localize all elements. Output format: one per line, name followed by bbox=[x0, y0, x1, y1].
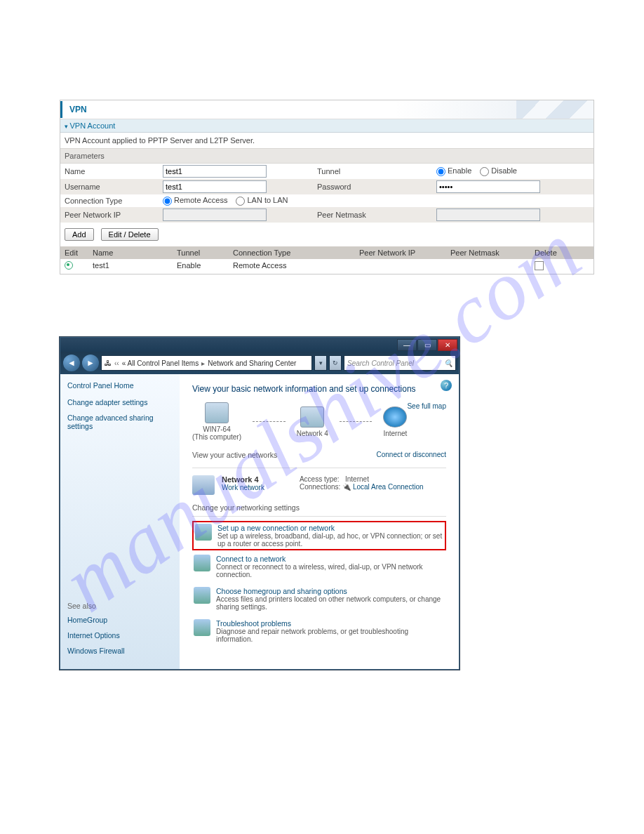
vpn-header: VPN bbox=[60, 100, 593, 119]
option-title[interactable]: Connect to a network bbox=[216, 555, 445, 563]
row-select-radio[interactable] bbox=[65, 261, 73, 270]
option-title[interactable]: Choose homegroup and sharing options bbox=[216, 587, 445, 595]
grid-header: Edit Name Tunnel Connection Type Peer Ne… bbox=[60, 246, 593, 259]
option-desc: Set up a wireless, broadband, dial-up, a… bbox=[217, 532, 443, 548]
option-desc: Connect or reconnect to a wireless, wire… bbox=[216, 563, 445, 578]
search-input[interactable]: Search Control Panel 🔍 bbox=[344, 355, 456, 371]
row-name: test1 bbox=[93, 261, 177, 272]
lan-to-lan-radio[interactable]: LAN to LAN bbox=[236, 196, 288, 206]
option-desc: Diagnose and repair network problems, or… bbox=[216, 628, 445, 643]
row-peermask bbox=[450, 261, 535, 272]
help-icon[interactable]: ? bbox=[441, 380, 452, 391]
network-icon bbox=[300, 406, 324, 428]
username-input[interactable] bbox=[163, 180, 267, 193]
network-option-3[interactable]: Troubleshoot problemsDiagnose and repair… bbox=[192, 615, 446, 647]
close-button[interactable]: ✕ bbox=[438, 339, 457, 351]
breadcrumb-dropdown[interactable]: ▾ bbox=[314, 355, 327, 371]
network-option-2[interactable]: Choose homegroup and sharing optionsAcce… bbox=[192, 583, 446, 615]
page-title: View your basic network information and … bbox=[192, 384, 446, 394]
refresh-button[interactable]: ↻ bbox=[329, 355, 342, 371]
back-button[interactable]: ◄ bbox=[63, 355, 80, 371]
titlebar: — ▭ ✕ bbox=[60, 338, 459, 352]
username-label: Username bbox=[65, 183, 163, 191]
option-icon bbox=[194, 555, 210, 571]
row-conn: Remote Access bbox=[233, 261, 359, 272]
peer-ip-input[interactable] bbox=[163, 208, 267, 221]
see-full-map-link[interactable]: See full map bbox=[407, 402, 446, 410]
change-adapter-link[interactable]: Change adapter settings bbox=[67, 398, 173, 406]
network-option-1[interactable]: Connect to a networkConnect or reconnect… bbox=[192, 550, 446, 583]
computer-icon bbox=[205, 402, 229, 423]
search-icon: 🔍 bbox=[444, 359, 452, 367]
remote-access-radio[interactable]: Remote Access bbox=[163, 196, 227, 206]
local-area-connection-link[interactable]: Local Area Connection bbox=[353, 483, 424, 491]
connect-disconnect-link[interactable]: Connect or disconnect bbox=[376, 451, 446, 458]
option-title[interactable]: Troubleshoot problems bbox=[216, 619, 445, 628]
option-title[interactable]: Set up a new connection or network bbox=[217, 524, 443, 532]
password-input[interactable] bbox=[436, 180, 540, 193]
active-networks-label: View your active networks bbox=[192, 451, 277, 459]
vpn-tab[interactable]: VPN bbox=[60, 101, 94, 118]
vpn-account-section[interactable]: VPN Account bbox=[60, 119, 593, 133]
see-also-label: See also bbox=[67, 602, 173, 610]
minimize-button[interactable]: — bbox=[397, 339, 417, 351]
peer-netmask-input[interactable] bbox=[436, 208, 540, 221]
peer-netmask-label: Peer Netmask bbox=[317, 211, 436, 219]
active-network-type[interactable]: Work network bbox=[222, 484, 264, 491]
name-label: Name bbox=[65, 167, 163, 176]
option-icon bbox=[194, 619, 210, 636]
edit-delete-button[interactable]: Edit / Delete bbox=[101, 228, 159, 241]
vpn-description: VPN Account applied to PPTP Server and L… bbox=[60, 133, 593, 148]
network-option-0[interactable]: Set up a new connection or networkSet up… bbox=[192, 521, 446, 550]
active-network-icon bbox=[192, 475, 215, 495]
row-delete-checkbox[interactable] bbox=[535, 261, 544, 270]
sidebar: Control Panel Home Change adapter settin… bbox=[60, 374, 180, 669]
row-tunnel: Enable bbox=[177, 261, 233, 272]
tunnel-label: Tunnel bbox=[317, 167, 436, 176]
name-input[interactable] bbox=[163, 165, 267, 178]
option-icon bbox=[195, 524, 212, 541]
control-panel-window: — ▭ ✕ ◄ ► 🖧 ‹‹ « All Control Panel Items… bbox=[60, 337, 459, 670]
change-settings-label: Change your networking settings bbox=[192, 503, 446, 512]
password-label: Password bbox=[317, 183, 436, 191]
vpn-banner-image bbox=[94, 100, 593, 119]
change-advanced-link[interactable]: Change advanced sharing settings bbox=[67, 413, 173, 430]
toolbar: ◄ ► 🖧 ‹‹ « All Control Panel Items ▸ Net… bbox=[60, 352, 459, 374]
parameters-header: Parameters bbox=[60, 148, 593, 164]
active-network-name: Network 4 bbox=[222, 475, 264, 484]
homegroup-link[interactable]: HomeGroup bbox=[67, 616, 173, 624]
main-content: ? View your basic network information an… bbox=[180, 374, 459, 669]
row-peerip bbox=[359, 261, 450, 272]
windows-firewall-link[interactable]: Windows Firewall bbox=[67, 647, 173, 655]
disable-radio[interactable]: Disable bbox=[480, 166, 517, 176]
option-desc: Access files and printers located on oth… bbox=[216, 595, 445, 611]
forward-button[interactable]: ► bbox=[82, 355, 99, 371]
internet-options-link[interactable]: Internet Options bbox=[67, 631, 173, 640]
table-row: test1 Enable Remote Access bbox=[60, 259, 593, 274]
peer-ip-label: Peer Network IP bbox=[65, 211, 163, 219]
enable-radio[interactable]: Enable bbox=[436, 166, 471, 176]
conntype-label: Connection Type bbox=[65, 197, 163, 205]
option-icon bbox=[194, 587, 210, 604]
control-panel-home-link[interactable]: Control Panel Home bbox=[67, 381, 173, 390]
vpn-panel: VPN VPN Account VPN Account applied to P… bbox=[60, 100, 594, 274]
internet-icon bbox=[383, 406, 407, 428]
add-button[interactable]: Add bbox=[65, 228, 94, 241]
maximize-button[interactable]: ▭ bbox=[417, 339, 437, 351]
breadcrumb[interactable]: 🖧 ‹‹ « All Control Panel Items ▸ Network… bbox=[101, 355, 312, 371]
